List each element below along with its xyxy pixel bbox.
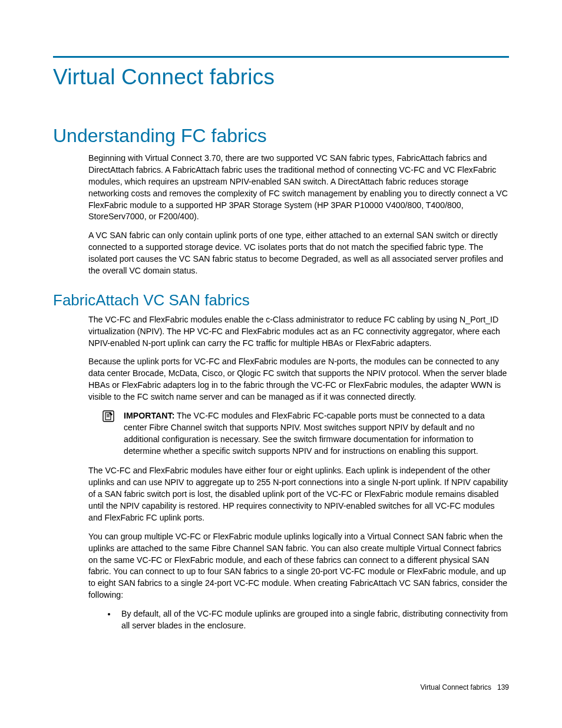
important-icon: [103, 410, 115, 457]
important-callout: IMPORTANT: The VC-FC modules and FlexFab…: [88, 410, 509, 457]
subsection-body: The VC-FC and FlexFabric modules enable …: [88, 314, 509, 632]
paragraph: The VC-FC and FlexFabric modules have ei…: [88, 465, 509, 523]
page-footer: Virtual Connect fabrics 139: [420, 683, 509, 691]
important-label: IMPORTANT:: [124, 411, 174, 420]
paragraph: A VC SAN fabric can only contain uplink …: [88, 230, 509, 277]
bullet-list: By default, all of the VC-FC module upli…: [88, 608, 509, 632]
paragraph: The VC-FC and FlexFabric modules enable …: [88, 314, 509, 350]
paragraph: You can group multiple VC-FC or FlexFabr…: [88, 531, 509, 601]
page-title: Virtual Connect fabrics: [53, 65, 509, 90]
top-rule: [53, 56, 509, 58]
footer-page-number: 139: [497, 683, 509, 691]
list-item: By default, all of the VC-FC module upli…: [117, 608, 509, 632]
paragraph: Beginning with Virtual Connect 3.70, the…: [88, 153, 509, 223]
subsection-heading: FabricAttach VC SAN fabrics: [53, 291, 509, 309]
paragraph: Because the uplink ports for VC-FC and F…: [88, 356, 509, 403]
footer-title: Virtual Connect fabrics: [420, 683, 491, 691]
document-page: Virtual Connect fabrics Understanding FC…: [0, 0, 562, 728]
section-heading: Understanding FC fabrics: [53, 125, 509, 147]
important-body: The VC-FC modules and FlexFabric FC-capa…: [124, 411, 485, 456]
important-text: IMPORTANT: The VC-FC modules and FlexFab…: [124, 410, 509, 457]
section-body: Beginning with Virtual Connect 3.70, the…: [88, 153, 509, 277]
